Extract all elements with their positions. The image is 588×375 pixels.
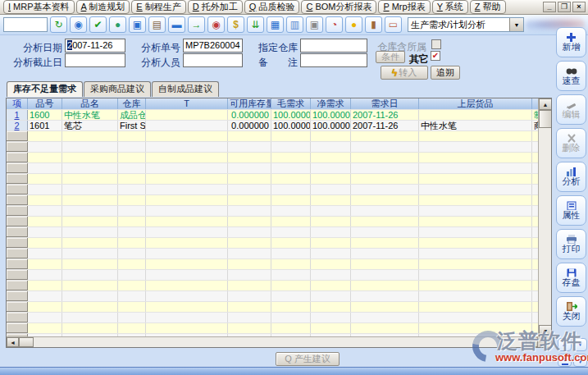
menu-mrp-base[interactable]: I MRP基本资料 xyxy=(3,0,75,14)
empty-table-row[interactable] xyxy=(7,281,540,291)
include-sub-checkbox[interactable] xyxy=(431,39,441,49)
vertical-scrollbar[interactable]: ▲ ▼ xyxy=(538,98,551,336)
empty-table-row[interactable] xyxy=(7,131,540,142)
menu-quality-inspection[interactable]: Q 品质检验 xyxy=(244,0,300,14)
empty-table-row[interactable] xyxy=(7,238,540,249)
database-icon[interactable]: ◉ xyxy=(207,16,225,33)
empty-table-row[interactable] xyxy=(7,153,540,163)
analysis-date-input[interactable]: 2007-11-26 xyxy=(65,39,125,53)
receive-arrows-icon[interactable]: ⇊ xyxy=(247,16,264,33)
pie-chart-icon[interactable]: ◔ xyxy=(326,16,343,33)
empty-table-row[interactable] xyxy=(7,185,540,195)
print-button[interactable]: 打印 xyxy=(556,229,586,259)
col-header-part-no[interactable]: 品号 xyxy=(28,98,62,109)
empty-table-row[interactable] xyxy=(7,291,540,302)
menu-outsourcing[interactable]: D 托外加工 xyxy=(188,0,243,14)
scroll-right-icon[interactable]: ► xyxy=(526,337,538,347)
table-row[interactable]: 2 1601 笔芯 First Sto 0.000000 100.000000 … xyxy=(7,121,540,131)
empty-table-row[interactable] xyxy=(7,195,540,206)
other-checkbox[interactable]: ✔ xyxy=(431,51,440,61)
scroll-left-icon[interactable]: ◄ xyxy=(7,337,19,347)
scroll-up-icon[interactable]: ▲ xyxy=(539,98,552,110)
exit-door-icon[interactable]: ▮ xyxy=(365,16,382,33)
tab-self-made-suggestion[interactable]: 自制成品建议 xyxy=(152,81,219,97)
close-button[interactable]: × xyxy=(572,2,586,12)
menu-bom-report[interactable]: C BOM分析报表 xyxy=(301,0,376,14)
menu-process-production[interactable]: E 制程生产 xyxy=(131,0,185,14)
bell-icon[interactable]: ● xyxy=(345,16,362,33)
calculator-icon[interactable]: ▦ xyxy=(267,16,284,33)
empty-table-row[interactable] xyxy=(7,206,540,217)
empty-table-row[interactable] xyxy=(7,163,540,174)
condition-button[interactable]: 条件 xyxy=(376,51,405,63)
edit-button[interactable]: 编辑 xyxy=(556,94,586,125)
properties-button[interactable]: 属性 xyxy=(556,195,586,226)
empty-table-row[interactable] xyxy=(7,227,540,238)
close-window-button[interactable]: 关闭 xyxy=(556,296,586,327)
nav-first-icon[interactable]: ▲ xyxy=(558,354,572,367)
book-icon[interactable]: ▤ xyxy=(148,16,166,33)
tab-purchase-suggestion[interactable]: 采购商品建议 xyxy=(84,81,151,97)
analysis-end-input[interactable] xyxy=(65,53,125,67)
money-icon[interactable]: $ xyxy=(227,16,244,33)
empty-table-row[interactable] xyxy=(7,249,540,259)
view-combobox[interactable]: 生产需求/计划分析 ▼ xyxy=(408,17,524,32)
trace-button[interactable]: 追朔 xyxy=(431,66,460,80)
generate-suggestion-button[interactable]: Q 产生建议 xyxy=(276,352,340,366)
col-header-gross[interactable]: 毛需求 xyxy=(271,98,311,109)
transfer-button[interactable]: ϟ 转入 xyxy=(381,66,428,80)
delete-button[interactable]: 删除 xyxy=(556,128,586,158)
menu-mrp-report[interactable]: P Mrp报表 xyxy=(378,0,430,14)
nav-down-icon[interactable]: ▼ xyxy=(573,338,587,351)
empty-table-row[interactable] xyxy=(7,270,540,281)
horizontal-scroll-thumb[interactable] xyxy=(19,337,34,347)
chevron-down-icon[interactable]: ▼ xyxy=(509,18,523,31)
empty-table-row[interactable] xyxy=(7,302,540,313)
refresh-icon[interactable]: ↻ xyxy=(50,16,67,33)
empty-table-row[interactable] xyxy=(7,259,540,270)
menu-system[interactable]: Y 系统 xyxy=(432,0,468,14)
menu-manufacture-plan[interactable]: A 制造规划 xyxy=(76,0,130,14)
col-header-part-name[interactable]: 品名 xyxy=(62,98,118,109)
analysis-no-input[interactable]: MP7B260004 xyxy=(183,39,243,53)
empty-table-row[interactable] xyxy=(7,323,540,334)
user-globe-icon[interactable]: ◉ xyxy=(70,16,87,33)
quick-search-button[interactable]: 速查 xyxy=(556,61,586,91)
minimize-button[interactable]: _ xyxy=(543,2,556,12)
transfer-icon[interactable]: → xyxy=(188,16,205,33)
analyst-input[interactable] xyxy=(183,53,243,67)
col-header-warehouse[interactable]: 仓库 xyxy=(118,98,146,109)
remark-input[interactable] xyxy=(300,53,367,67)
empty-table-row[interactable] xyxy=(7,313,540,323)
quick-code-input[interactable] xyxy=(3,17,48,32)
table-row[interactable]: 1 1600 中性水笔 成品仓 0.000000 100.000000 100.… xyxy=(7,110,540,121)
col-header-item[interactable]: 项 xyxy=(7,98,28,109)
col-header-net[interactable]: 净需求 xyxy=(311,98,351,109)
col-header-demand-date[interactable]: 需求日 xyxy=(351,98,419,109)
copy-icon[interactable]: ▣ xyxy=(306,16,323,33)
approve-check-icon[interactable]: ✔ xyxy=(89,16,107,33)
vertical-scroll-thumb[interactable] xyxy=(539,110,552,128)
clipboard-icon[interactable]: ▥ xyxy=(286,16,303,33)
menu-help[interactable]: Z 帮助 xyxy=(470,0,506,14)
restore-button[interactable]: ❐ xyxy=(558,2,571,12)
empty-table-row[interactable] xyxy=(7,174,540,185)
empty-table-row[interactable] xyxy=(7,142,540,153)
picture-icon[interactable]: ▣ xyxy=(129,16,146,33)
nav-up-icon[interactable]: ▲ xyxy=(558,338,572,351)
globe-icon[interactable]: ● xyxy=(109,16,126,33)
horizontal-scrollbar[interactable]: ◄ ► xyxy=(7,336,538,347)
add-button[interactable]: 新增 xyxy=(556,27,586,57)
scroll-down-icon[interactable]: ▼ xyxy=(539,325,552,336)
analyze-button[interactable]: 分析 xyxy=(556,162,586,192)
col-header-parent-item[interactable]: 上层货品 xyxy=(419,98,532,109)
new-window-icon[interactable]: ▭ xyxy=(385,16,402,33)
col-header-available[interactable]: 可用库存量 xyxy=(228,98,271,109)
col-header-t[interactable]: T xyxy=(146,98,228,109)
nav-last-icon[interactable]: ▼ xyxy=(573,354,587,367)
window-icon[interactable]: ▬ xyxy=(168,16,185,33)
empty-table-row[interactable] xyxy=(7,217,540,227)
warehouse-input[interactable] xyxy=(300,39,367,53)
tab-shortage-demand[interactable]: 库存不足量需求 xyxy=(7,81,83,97)
save-button[interactable]: 存盘 xyxy=(556,263,586,293)
